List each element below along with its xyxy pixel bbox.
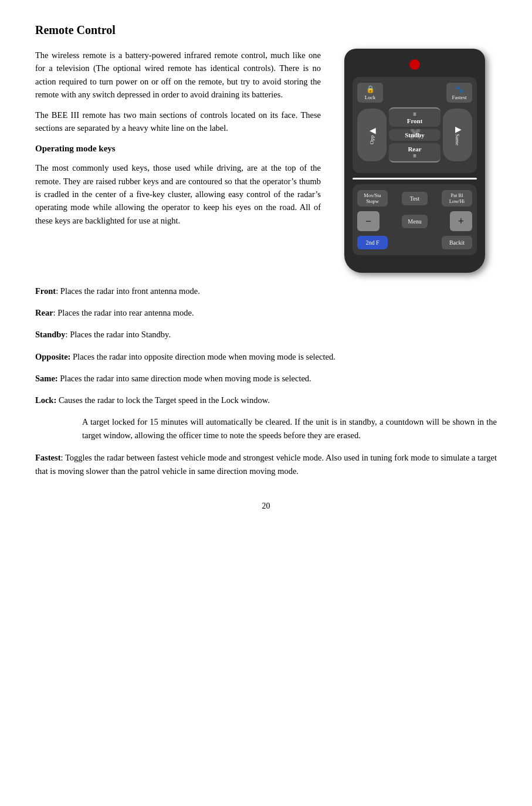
rear-term: Rear: [35, 308, 53, 317]
fastest-key[interactable]: 🐾 Fastest: [446, 83, 472, 103]
function-row: 2nd F Backit: [357, 236, 472, 249]
arrow-left-icon: ◀: [367, 126, 377, 135]
lock-key[interactable]: 🔒 Lock: [357, 83, 383, 103]
second-function-key[interactable]: 2nd F: [357, 236, 388, 249]
operating-mode-intro: The most commonly used keys, those used …: [35, 161, 321, 227]
rear-key[interactable]: Rear ≡: [389, 143, 440, 162]
lock-desc: Lock: Causes the radar to lock the Targe…: [35, 394, 497, 407]
fastest-term: Fastest: [35, 453, 61, 462]
remote-led: [409, 59, 420, 70]
remote-bottom-section: Mov/Sta Stopw Test Pat Bl Low/Hi −: [353, 184, 477, 255]
rear-desc: Rear: Places the radar into rear antenna…: [35, 306, 497, 320]
plus-key[interactable]: +: [450, 211, 472, 231]
fastest-desc: Fastest: Toggles the radar between faste…: [35, 451, 497, 478]
section-divider: [353, 178, 477, 180]
test-key[interactable]: Test: [402, 192, 428, 205]
front-term: Front: [35, 286, 56, 296]
lock-fastest-row: 🔒 Lock 🐾 Fastest: [357, 83, 472, 103]
same-desc: Same: Places the radar into same directi…: [35, 372, 497, 385]
standby-term: Standby: [35, 330, 66, 339]
lock-detail: A target locked for 15 minutes will auto…: [82, 415, 497, 442]
operating-mode-heading: Operating mode keys: [35, 142, 321, 155]
stndby-key[interactable]: ✕ Stndby: [389, 129, 440, 141]
standby-desc: Standby: Places the radar into Standby.: [35, 328, 497, 341]
arrow-right-icon: ▶: [453, 124, 462, 134]
descriptions-section: Front: Places the radar into front anten…: [35, 285, 497, 478]
opposite-desc: Opposite: Places the radar into opposite…: [35, 350, 497, 364]
remote-control: 🔒 Lock 🐾 Fastest Opp ◀: [344, 49, 485, 273]
page-title: Remote Control: [35, 23, 497, 37]
opposite-term: Opposite:: [35, 352, 70, 361]
lock-icon: 🔒: [361, 85, 379, 94]
menu-key[interactable]: Menu: [402, 215, 427, 228]
same-term: Same:: [35, 374, 58, 383]
patbl-key[interactable]: Pat Bl Low/Hi: [442, 190, 472, 206]
lock-term: Lock:: [35, 395, 56, 405]
opp-key[interactable]: Opp ◀: [357, 109, 387, 161]
same-key[interactable]: ▶ Same: [443, 109, 472, 161]
intro-paragraph-1: The wireless remote is a battery-powered…: [35, 49, 321, 101]
fastest-icon: 🐾: [450, 85, 469, 94]
movsta-row: Mov/Sta Stopw Test Pat Bl Low/Hi: [357, 190, 472, 206]
movsta-key[interactable]: Mov/Sta Stopw: [357, 190, 388, 206]
center-cluster: Opp ◀ ≡ Front ▶ Same ✕: [357, 107, 472, 162]
front-key[interactable]: ≡ Front: [389, 107, 440, 127]
remote-image: 🔒 Lock 🐾 Fastest Opp ◀: [333, 49, 497, 273]
backit-key[interactable]: Backit: [442, 236, 472, 249]
rear-arrows-icon: ≡: [392, 153, 437, 159]
menu-row: − Menu +: [357, 211, 472, 231]
front-desc: Front: Places the radar into front anten…: [35, 285, 497, 298]
intro-paragraph-2: The BEE III remote has two main sections…: [35, 109, 321, 135]
front-arrows-icon: ≡: [392, 111, 437, 117]
minus-key[interactable]: −: [357, 211, 379, 231]
remote-top-section: 🔒 Lock 🐾 Fastest Opp ◀: [353, 77, 477, 173]
page-number: 20: [35, 502, 497, 511]
